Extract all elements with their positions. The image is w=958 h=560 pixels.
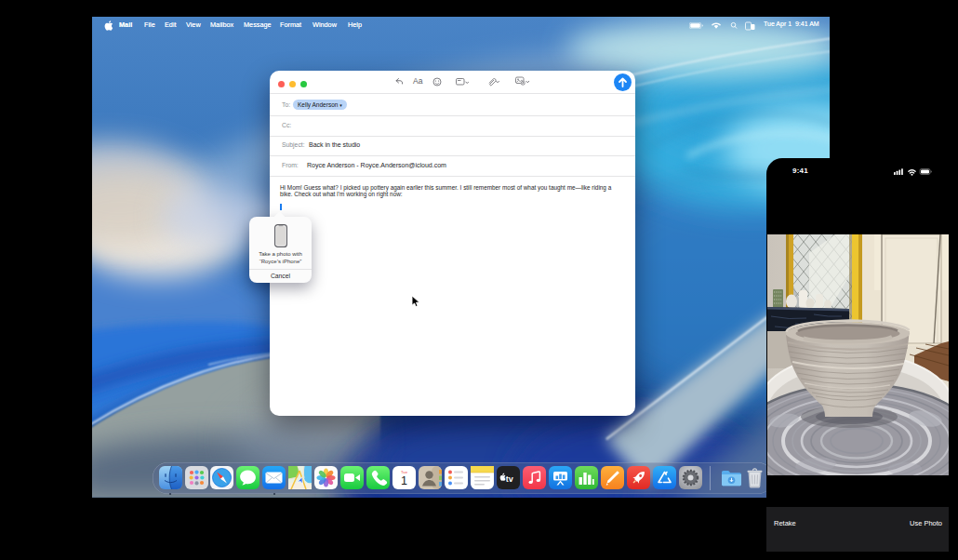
svg-text:1: 1 xyxy=(401,474,407,487)
svg-text:tv: tv xyxy=(506,474,513,484)
